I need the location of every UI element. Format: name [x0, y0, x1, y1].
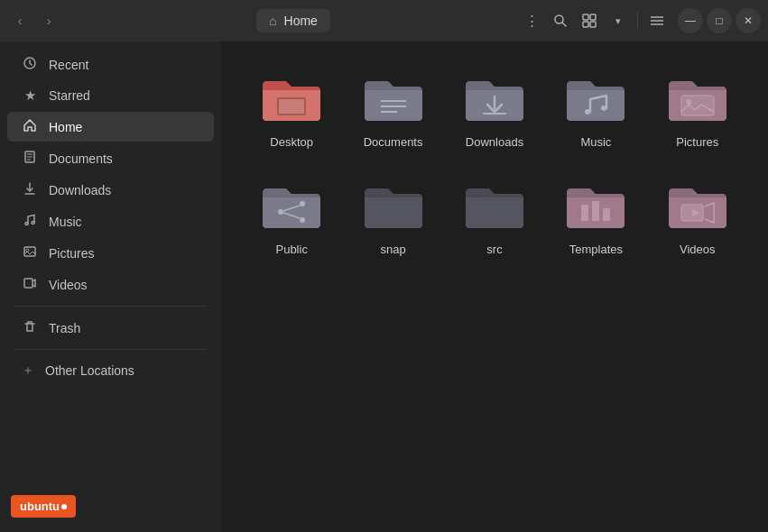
menu-dots-button[interactable]: ⋮ — [518, 7, 545, 34]
other-locations-label: Other Locations — [45, 363, 134, 378]
home-label: Home — [49, 120, 82, 134]
svg-rect-37 — [581, 205, 588, 221]
music-label: Music — [49, 215, 82, 229]
sidebar-item-recent[interactable]: Recent — [7, 50, 214, 79]
file-item-downloads[interactable]: Downloads — [446, 60, 543, 160]
forward-button[interactable]: › — [36, 8, 61, 33]
svg-point-19 — [26, 249, 29, 252]
sidebar-item-home[interactable]: Home — [7, 112, 214, 142]
public-folder-icon — [259, 178, 324, 235]
list-view-button[interactable] — [643, 7, 671, 34]
location-label: Home — [284, 14, 318, 28]
documents-icon — [22, 150, 38, 167]
sidebar-item-other-locations[interactable]: ＋ Other Locations — [7, 356, 214, 385]
src-label: src — [486, 243, 502, 256]
file-item-music[interactable]: Music — [547, 60, 644, 160]
videos-icon — [22, 276, 38, 293]
back-button[interactable]: ‹ — [7, 8, 32, 33]
home-sidebar-icon — [22, 118, 38, 135]
sidebar-item-trash[interactable]: Trash — [7, 313, 214, 343]
file-grid: Desktop Documents — [243, 60, 746, 267]
ubuntu-badge[interactable]: ubuntu — [11, 495, 76, 518]
sidebar-item-downloads[interactable]: Downloads — [7, 175, 214, 205]
sidebar-spacer — [0, 386, 221, 488]
star-icon: ★ — [22, 87, 38, 104]
trash-icon — [22, 319, 38, 336]
videos-folder-icon — [665, 178, 730, 235]
svg-point-34 — [300, 217, 305, 223]
file-item-documents[interactable]: Documents — [344, 60, 441, 160]
close-button[interactable]: ✕ — [736, 8, 761, 33]
downloads-label: Downloads — [49, 183, 111, 197]
svg-rect-20 — [24, 279, 32, 288]
maximize-button[interactable]: □ — [707, 8, 732, 33]
sidebar-item-videos[interactable]: Videos — [7, 270, 214, 299]
desktop-label: Desktop — [270, 135, 313, 149]
file-item-snap[interactable]: snap — [344, 167, 441, 267]
svg-point-32 — [278, 209, 283, 215]
music-file-label: Music — [580, 135, 611, 149]
nav-buttons: ‹ › — [7, 8, 61, 33]
documents-folder-icon — [361, 70, 426, 128]
documents-label: Documents — [49, 151, 113, 166]
downloads-file-label: Downloads — [466, 135, 523, 149]
downloads-icon — [22, 181, 38, 198]
sidebar-item-music[interactable]: Music — [7, 206, 214, 236]
sidebar: Recent ★ Starred Home Documents Download… — [0, 41, 221, 532]
separator — [637, 12, 638, 30]
pictures-file-label: Pictures — [676, 135, 718, 149]
add-icon: ＋ — [22, 362, 34, 379]
svg-rect-3 — [590, 14, 596, 20]
music-folder-icon — [563, 70, 628, 128]
file-item-public[interactable]: Public — [243, 167, 340, 267]
svg-rect-38 — [592, 201, 599, 221]
svg-rect-2 — [583, 14, 588, 20]
location-pill[interactable]: ⌂ Home — [256, 9, 330, 32]
sidebar-item-pictures[interactable]: Pictures — [7, 238, 214, 268]
titlebar: ‹ › ⌂ Home ⋮ ▾ — [0, 0, 768, 41]
src-folder-icon — [462, 178, 527, 235]
file-item-src[interactable]: src — [446, 167, 543, 267]
music-icon — [22, 213, 38, 230]
downloads-folder-icon — [462, 70, 527, 128]
window-controls: — □ ✕ — [678, 8, 761, 33]
pictures-label: Pictures — [49, 246, 95, 261]
grid-view-button[interactable] — [576, 7, 603, 34]
search-icon — [553, 14, 568, 28]
videos-file-label: Videos — [680, 243, 716, 256]
home-icon: ⌂ — [269, 14, 276, 28]
trash-label: Trash — [49, 321, 80, 335]
toolbar-actions: ⋮ ▾ — [518, 7, 671, 34]
list-view-icon — [650, 14, 664, 28]
view-chevron-button[interactable]: ▾ — [605, 7, 632, 34]
ubuntu-label: ubuntu — [20, 500, 60, 513]
templates-label: Templates — [569, 243, 623, 256]
file-item-desktop[interactable]: Desktop — [243, 60, 340, 160]
svg-point-33 — [300, 201, 305, 206]
search-button[interactable] — [547, 7, 574, 34]
file-item-pictures[interactable]: Pictures — [649, 60, 746, 160]
videos-label: Videos — [49, 278, 88, 292]
file-area: Desktop Documents — [221, 41, 768, 532]
location-bar: ⌂ Home — [69, 9, 518, 32]
svg-rect-39 — [603, 208, 610, 221]
snap-label: snap — [380, 243, 405, 256]
file-item-videos[interactable]: Videos — [649, 167, 746, 267]
sidebar-item-starred[interactable]: ★ Starred — [7, 81, 214, 110]
sidebar-divider-2 — [14, 349, 207, 350]
snap-folder-icon — [361, 178, 426, 235]
recent-label: Recent — [49, 58, 88, 72]
minimize-button[interactable]: — — [678, 8, 703, 33]
public-label: Public — [275, 243, 307, 256]
svg-point-28 — [585, 109, 590, 115]
svg-point-16 — [25, 223, 28, 225]
svg-rect-4 — [583, 22, 588, 27]
ubuntu-dot — [61, 504, 67, 509]
documents-label: Documents — [364, 135, 423, 149]
recent-icon — [22, 56, 38, 73]
svg-rect-22 — [279, 99, 304, 114]
sidebar-item-documents[interactable]: Documents — [7, 143, 214, 173]
main-content: Recent ★ Starred Home Documents Download… — [0, 41, 768, 532]
file-item-templates[interactable]: Templates — [547, 167, 644, 267]
pictures-folder-icon — [665, 70, 730, 128]
